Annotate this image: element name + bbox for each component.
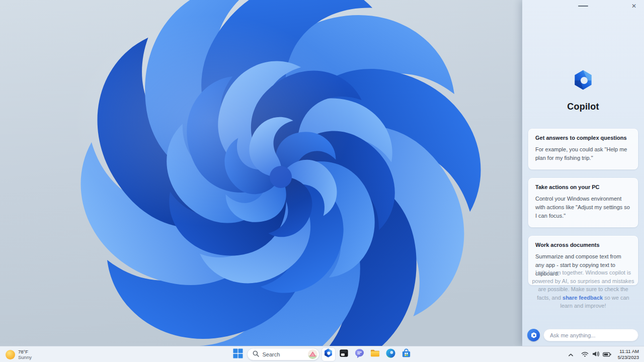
taskbar-app-store[interactable]: [400, 348, 413, 361]
suggestion-cards: Get answers to complex questions For exa…: [528, 129, 638, 285]
taskbar-search[interactable]: Search: [247, 348, 319, 360]
taskbar-app-edge[interactable]: [384, 348, 397, 361]
chevron-up-icon: [568, 350, 574, 359]
taskbar-app-terminal[interactable]: [338, 348, 351, 361]
weather-condition: Sunny: [18, 354, 32, 360]
share-feedback-link[interactable]: share feedback: [562, 295, 603, 301]
battery-icon: [603, 350, 611, 359]
copilot-icon: [323, 348, 334, 360]
desktop: ✕ Copilot Get answers to comple: [0, 0, 644, 362]
copilot-badge-icon: [527, 329, 540, 341]
windows-logo-icon: [233, 348, 243, 360]
taskbar-center: Search: [231, 346, 413, 362]
search-daily-image-icon: [308, 349, 317, 359]
volume-icon: [592, 350, 599, 359]
weather-widget[interactable]: 78°F Sunny: [1, 347, 36, 362]
folder-icon: [370, 348, 380, 360]
copilot-panel: ✕ Copilot Get answers to comple: [522, 0, 644, 346]
card-title: Get answers to complex questions: [535, 135, 631, 141]
card-body: For example, you could ask "Help me plan…: [535, 145, 631, 162]
system-tray: 11:11 AM 5/23/2023: [564, 346, 642, 362]
ai-disclaimer: Let's learn together. Windows copilot is…: [531, 268, 635, 310]
minimize-icon: [578, 6, 588, 7]
search-label: Search: [263, 351, 304, 357]
chat-input-row: [527, 329, 638, 341]
ask-input[interactable]: [543, 329, 638, 341]
taskbar: 78°F Sunny: [0, 346, 644, 362]
close-button[interactable]: ✕: [627, 1, 640, 12]
clock-time: 11:11 AM: [619, 348, 639, 354]
terminal-icon: [339, 348, 349, 360]
edge-icon: [385, 348, 396, 360]
card-take-actions: Take actions on your PC Control your Win…: [528, 178, 638, 227]
minimize-button[interactable]: [572, 0, 594, 12]
network-volume-battery-button[interactable]: [579, 348, 613, 360]
taskbar-app-file-explorer[interactable]: [369, 348, 382, 361]
card-complex-questions: Get answers to complex questions For exa…: [528, 129, 638, 169]
weather-temperature: 78°F: [18, 349, 32, 354]
hidden-icons-button[interactable]: [567, 349, 575, 360]
taskbar-app-chat[interactable]: [353, 348, 366, 361]
search-icon: [253, 350, 259, 359]
clock[interactable]: 11:11 AM 5/23/2023: [618, 348, 639, 360]
copilot-logo-icon: [572, 68, 595, 93]
start-button[interactable]: [231, 348, 245, 361]
chat-icon: [354, 348, 365, 360]
store-icon: [401, 348, 412, 360]
wifi-icon: [581, 350, 589, 359]
close-icon: ✕: [631, 3, 636, 10]
card-title: Take actions on your PC: [535, 184, 631, 190]
clock-date: 5/23/2023: [618, 354, 639, 360]
weather-text: 78°F Sunny: [18, 349, 32, 360]
card-title: Work across documents: [535, 242, 631, 248]
panel-title: Copilot: [522, 102, 644, 112]
card-body: Control your Windows environment with ac…: [535, 195, 631, 220]
panel-header: ✕: [522, 0, 644, 13]
sun-icon: [6, 350, 15, 359]
taskbar-app-copilot[interactable]: [322, 348, 335, 361]
